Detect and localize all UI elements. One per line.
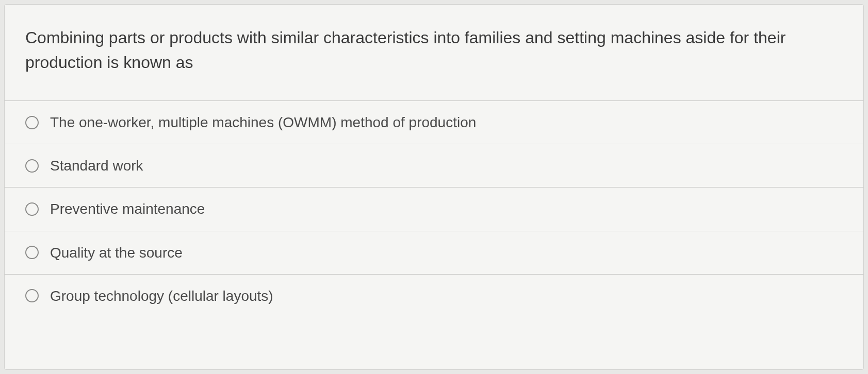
question-container: Combining parts or products with similar… [4, 4, 864, 370]
option-label: Standard work [50, 156, 143, 176]
radio-icon [25, 289, 39, 302]
option-row-4[interactable]: Group technology (cellular layouts) [5, 274, 863, 317]
radio-icon [25, 202, 39, 216]
option-row-1[interactable]: Standard work [5, 144, 863, 187]
radio-icon [25, 116, 39, 129]
question-prompt: Combining parts or products with similar… [5, 5, 863, 100]
radio-icon [25, 159, 39, 173]
option-row-3[interactable]: Quality at the source [5, 231, 863, 274]
option-label: Group technology (cellular layouts) [50, 286, 273, 306]
radio-icon [25, 246, 39, 259]
option-label: The one-worker, multiple machines (OWMM)… [50, 112, 476, 132]
option-label: Preventive maintenance [50, 199, 205, 219]
option-label: Quality at the source [50, 243, 183, 263]
option-row-2[interactable]: Preventive maintenance [5, 187, 863, 230]
options-list: The one-worker, multiple machines (OWMM)… [5, 100, 863, 317]
option-row-0[interactable]: The one-worker, multiple machines (OWMM)… [5, 100, 863, 144]
